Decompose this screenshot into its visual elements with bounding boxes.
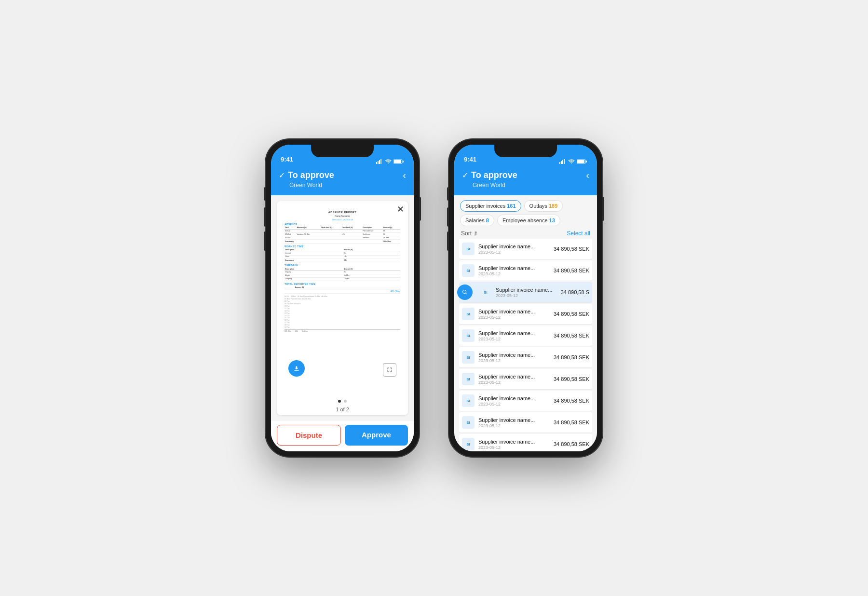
svg-rect-0 [376, 162, 377, 164]
list-item-highlighted[interactable]: SI Supplier invoice name... 2023-05-12 3… [459, 282, 592, 303]
invoice-amount-7: 34 890,58 SEK [554, 398, 589, 404]
invoice-name-4: Supplier invoice name... [478, 330, 554, 336]
list-item[interactable]: SI Supplier invoice name... 2023-05-12 3… [459, 412, 592, 433]
sort-label[interactable]: Sort [461, 230, 479, 237]
invoice-info-8: Supplier invoice name... 2023-05-12 [478, 417, 554, 428]
content-2: Supplier invoices 161 Outlays 189 Salari… [454, 195, 597, 451]
expand-button[interactable] [383, 363, 396, 377]
invoice-info-3: Supplier invoice name... 2023-05-12 [478, 309, 554, 320]
document-container: ✕ ABSENCE REPORT Name Surname 2023-01-01… [277, 201, 408, 415]
doc-name-line: Name Surname [285, 215, 400, 218]
invoice-name-1: Supplier invoice name... [478, 265, 554, 271]
svg-rect-10 [564, 159, 565, 164]
invoice-date-3: 2023-05-12 [478, 315, 554, 320]
tab-supplier-invoices[interactable]: Supplier invoices 161 [460, 200, 521, 212]
invoice-icon-9: SI [462, 438, 475, 450]
invoice-date-1: 2023-05-12 [478, 271, 554, 276]
list-item[interactable]: SI Supplier invoice name... 2023-05-12 3… [459, 260, 592, 281]
content-1: ✕ ABSENCE REPORT Name Surname 2023-01-01… [271, 195, 414, 451]
invoice-amount-3: 34 890,58 SEK [554, 311, 589, 317]
battery-icon [393, 159, 404, 164]
svg-rect-1 [378, 161, 379, 164]
header-title-1: To approve [288, 170, 334, 180]
invoice-amount-4: 34 890,58 SEK [554, 333, 589, 339]
header-subtitle-1: Green World [279, 182, 406, 189]
tab-employee-absence[interactable]: Employee absence 13 [497, 215, 560, 226]
svg-rect-13 [577, 160, 584, 163]
document-nav [277, 393, 408, 406]
svg-rect-9 [562, 160, 563, 164]
search-button[interactable] [457, 284, 473, 300]
doc-timebank-table: DescriptionAmount (h) Ongoing8h Month5h … [285, 268, 400, 281]
search-icon [462, 289, 468, 295]
invoice-amount-5: 34 890,58 SEK [554, 354, 589, 360]
list-item[interactable]: SI Supplier invoice name... 2023-05-12 3… [459, 347, 592, 368]
expand-icon [387, 367, 393, 373]
invoice-info-2: Supplier invoice name... 2023-05-12 [496, 287, 561, 298]
list-item[interactable]: SI Supplier invoice name... 2023-05-12 3… [459, 304, 592, 325]
invoice-list: SI Supplier invoice name... 2023-05-12 3… [454, 239, 597, 451]
list-item[interactable]: SI Supplier invoice name... 2023-05-12 3… [459, 391, 592, 411]
page-dot-1 [338, 400, 341, 403]
invoice-icon-0: SI [462, 243, 475, 255]
doc-worked-table: DescriptionAmount (h) Internal8h Client1… [285, 249, 400, 262]
svg-rect-8 [561, 161, 562, 164]
phone-2: 9:41 [448, 139, 603, 457]
doc-worked-title: WORKED TIME [285, 245, 400, 248]
wifi-icon [385, 159, 392, 164]
invoice-info-1: Supplier invoice name... 2023-05-12 [478, 265, 554, 276]
invoice-amount-2: 34 890,58 S [561, 289, 589, 295]
back-button-2[interactable]: ‹ [586, 170, 589, 181]
close-button[interactable]: ✕ [397, 205, 404, 214]
status-icons-1 [376, 159, 404, 164]
header-checkmark-2: ✓ [462, 171, 468, 180]
status-icons-2 [559, 159, 587, 164]
invoice-name-0: Supplier invoice name... [478, 244, 554, 249]
invoice-date-0: 2023-05-12 [478, 250, 554, 255]
signal-icon [376, 159, 383, 164]
tab-outlays[interactable]: Outlays 189 [524, 200, 563, 212]
status-time-1: 9:41 [281, 156, 293, 164]
invoice-icon-6: SI [462, 373, 475, 385]
back-button-1[interactable]: ‹ [403, 170, 406, 181]
phone-1: 9:41 [265, 139, 420, 457]
download-button[interactable] [288, 360, 305, 377]
invoice-amount-1: 34 890,58 SEK [554, 268, 589, 273]
list-item[interactable]: SI Supplier invoice name... 2023-05-12 3… [459, 325, 592, 346]
invoice-amount-8: 34 890,58 SEK [554, 420, 589, 425]
header-checkmark-1: ✓ [279, 171, 285, 180]
approve-button[interactable]: Approve [345, 425, 408, 446]
invoice-name-3: Supplier invoice name... [478, 309, 554, 314]
invoice-date-4: 2023-05-12 [478, 337, 554, 341]
status-time-2: 9:41 [464, 156, 476, 164]
invoice-info-0: Supplier invoice name... 2023-05-12 [478, 244, 554, 255]
doc-total-title: TOTAL REPORTED TIME [285, 283, 400, 286]
list-item[interactable]: SI Supplier invoice name... 2023-05-12 3… [459, 239, 592, 259]
header-1: ✓ To approve ‹ Green World [271, 166, 414, 195]
invoice-icon-3: SI [462, 308, 475, 320]
doc-absence-table: DateAbsence (h)Work time (h)Time bank (h… [285, 227, 400, 244]
doc-date-range: 2023-01-01 - 2023-10-10 [285, 218, 400, 221]
svg-rect-5 [403, 161, 404, 163]
select-all-button[interactable]: Select all [567, 230, 590, 237]
invoice-info-9: Supplier invoice name... 2023-05-12 [478, 439, 554, 450]
svg-rect-3 [380, 159, 381, 164]
invoice-amount-0: 34 890,58 SEK [554, 246, 589, 252]
invoice-info-5: Supplier invoice name... 2023-05-12 [478, 352, 554, 363]
list-item[interactable]: SI Supplier invoice name... 2023-05-12 3… [459, 434, 592, 451]
doc-total-table: Amount (h) 40h 30m [285, 286, 400, 294]
invoice-date-6: 2023-05-12 [478, 380, 554, 385]
page-label: 1 of 2 [277, 406, 408, 415]
svg-rect-12 [586, 161, 587, 163]
invoice-icon-7: SI [462, 394, 475, 407]
list-item[interactable]: SI Supplier invoice name... 2023-05-12 3… [459, 369, 592, 390]
invoice-info-7: Supplier invoice name... 2023-05-12 [478, 395, 554, 406]
dispute-button[interactable]: Dispute [277, 425, 341, 446]
invoice-icon-4: SI [462, 329, 475, 342]
header-2: ✓ To approve ‹ Green World [454, 166, 597, 195]
tab-salaries[interactable]: Salaries 8 [460, 215, 494, 226]
invoice-name-8: Supplier invoice name... [478, 417, 554, 423]
invoice-date-9: 2023-05-12 [478, 445, 554, 450]
invoice-icon-1: SI [462, 264, 475, 277]
invoice-icon-5: SI [462, 351, 475, 364]
